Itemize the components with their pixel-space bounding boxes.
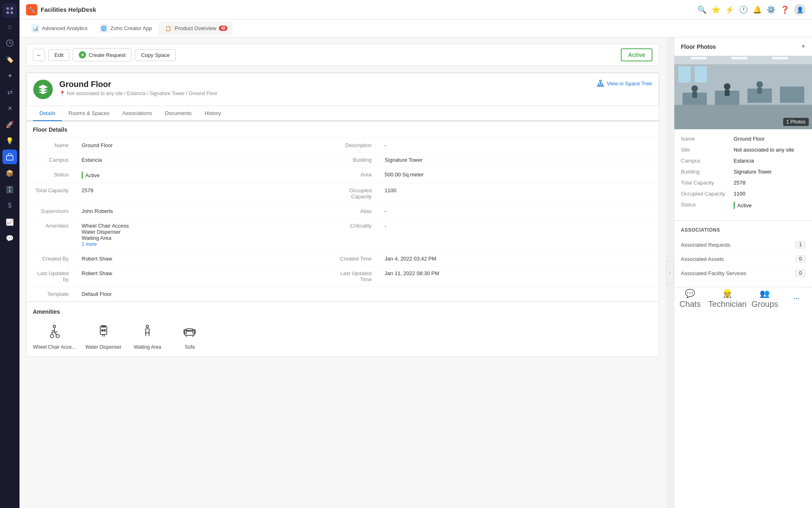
nav-rocket-icon[interactable]: 🚀	[2, 117, 17, 132]
associated-assets-label: Associated Assets	[681, 256, 724, 262]
svg-point-37	[756, 81, 763, 88]
assoc-row-requests: Associated Requests 1	[681, 238, 806, 252]
svg-rect-36	[725, 90, 730, 96]
table-row: Total Capacity 2578 Occupied Capacity 11…	[26, 183, 659, 204]
status-active-badge[interactable]: Active	[621, 48, 652, 61]
sofa-label: Sofa	[185, 344, 195, 350]
nav-tools-icon[interactable]: ✕	[2, 101, 17, 115]
logo-icon: 🔧	[26, 4, 37, 15]
floor-header: Ground Floor 📍 Not associated to any sit…	[26, 73, 659, 106]
settings-icon[interactable]: ⚙️	[767, 5, 775, 14]
tab-advanced-analytics[interactable]: 📊 Advanced Analytics	[26, 22, 93, 35]
panel-occupied-capacity-value: 1100	[734, 191, 745, 197]
tab-details[interactable]: Details	[33, 106, 62, 121]
water-dispenser-icon	[94, 321, 113, 341]
tab-associations[interactable]: Associations	[116, 106, 158, 121]
create-request-label: Create Request	[89, 52, 125, 58]
template-label: Template	[26, 287, 75, 302]
star-icon[interactable]: ⭐	[711, 5, 720, 14]
view-space-tree-link[interactable]: View in Space Tree	[597, 80, 652, 87]
nav-apps-icon[interactable]	[2, 3, 17, 18]
associations-section: ASSOCIATIONS Associated Requests 1 Assoc…	[674, 220, 812, 287]
associated-facility-services-count: 0	[795, 269, 806, 277]
bottom-groups[interactable]: 👥 Groups	[749, 286, 781, 311]
info-row-occupied-capacity: Occupied Capacity 1100	[681, 191, 806, 197]
floor-name: Ground Floor	[59, 80, 218, 89]
assoc-row-assets: Associated Assets 0	[681, 252, 806, 266]
bottom-more[interactable]: ⋯	[781, 293, 812, 304]
amenities-value: Wheel Chair Access Water Dispenser Waiti…	[75, 219, 325, 252]
waiting-area-label: Waiting Area	[134, 344, 162, 350]
detail-tabs: Details Rooms & Spaces Associations Docu…	[26, 106, 659, 121]
associated-requests-label: Associated Requests	[681, 242, 730, 248]
bell-icon[interactable]: 🔔	[753, 5, 762, 14]
tab-product-overview[interactable]: 📋 Product Overview 48	[159, 22, 233, 35]
search-icon[interactable]: 🔍	[698, 5, 706, 14]
nav-home-icon[interactable]: ⌂	[2, 20, 17, 34]
product-tab-badge: 48	[219, 26, 227, 31]
panel-total-capacity-value: 2578	[734, 180, 745, 186]
tab-rooms-spaces[interactable]: Rooms & Spaces	[62, 106, 116, 121]
create-request-button[interactable]: + Create Request	[73, 48, 132, 61]
tab-zoho-label: Zoho Creator App	[110, 25, 152, 31]
copy-space-button[interactable]: Copy Space	[135, 49, 176, 61]
template-value: Default Floor	[75, 287, 325, 302]
tab-history[interactable]: History	[198, 106, 227, 121]
total-capacity-label: Total Capacity	[26, 183, 75, 204]
svg-point-33	[691, 85, 698, 92]
nav-chat-icon[interactable]: 💬	[2, 231, 17, 245]
description-value: -	[378, 138, 659, 153]
water-dispenser-label: Water Dispenser	[85, 344, 121, 350]
add-photo-button[interactable]: +	[801, 42, 806, 51]
created-by-value: Robert Shaw	[75, 252, 325, 266]
main-area: 🔧 Facilities HelpDesk 🔍 ⭐ ⚡ 🕐 🔔 ⚙️ ❓ 👤 📊…	[19, 0, 812, 508]
edit-button[interactable]: Edit	[48, 49, 69, 61]
status-label: Status	[26, 167, 75, 183]
panel-campus-value: Estancia	[734, 158, 754, 164]
svg-rect-41	[731, 57, 747, 59]
nav-dollar-icon[interactable]: $	[2, 198, 17, 213]
topbar: 🔧 Facilities HelpDesk 🔍 ⭐ ⚡ 🕐 🔔 ⚙️ ❓ 👤	[19, 0, 812, 20]
history-icon[interactable]: 🕐	[739, 5, 748, 14]
nav-facilities-icon[interactable]	[2, 150, 17, 164]
back-button[interactable]: ←	[33, 49, 45, 61]
nav-box-icon[interactable]: 📦	[2, 166, 17, 180]
nav-bulb-icon[interactable]: 💡	[2, 133, 17, 148]
associated-assets-count: 0	[795, 255, 806, 263]
amenity-waiting-area: Waiting Area	[131, 321, 164, 350]
nav-shuffle-icon[interactable]: ⇄	[2, 85, 17, 99]
topbar-actions: 🔍 ⭐ ⚡ 🕐 🔔 ⚙️ ❓ 👤	[698, 4, 806, 15]
amenities-label: Amenities	[26, 219, 75, 252]
chats-label: Chats	[680, 300, 701, 309]
panel-toggle[interactable]: ›	[666, 261, 674, 285]
supervisors-label: Supervisors	[26, 204, 75, 219]
tab-zoho-creator[interactable]: 🌐 Zoho Creator App	[95, 22, 158, 35]
user-avatar[interactable]: 👤	[794, 4, 806, 15]
amenities-grid: Wheel Chair Acce... Water	[33, 321, 652, 350]
help-icon[interactable]: ❓	[780, 5, 789, 14]
area-value: 500.00 Sq.meter	[378, 167, 659, 183]
technician-icon: 👷	[722, 289, 732, 298]
panel-total-capacity-label: Total Capacity	[681, 180, 734, 186]
created-by-label: Created By	[26, 252, 75, 266]
bottom-technician[interactable]: 👷 Technician	[706, 286, 749, 311]
nav-tag-icon[interactable]: 🏷️	[2, 52, 17, 67]
nav-analytics-icon[interactable]: 📈	[2, 215, 17, 229]
campus-label: Campus	[26, 153, 75, 167]
table-row: Name Ground Floor Description -	[26, 138, 659, 153]
groups-icon: 👥	[760, 289, 770, 298]
panel-site-value: Not associated to any site	[734, 147, 794, 153]
nav-database-icon[interactable]: 🗄️	[2, 182, 17, 197]
tab-documents[interactable]: Documents	[158, 106, 198, 121]
nav-sparkle-icon[interactable]: ✦	[2, 68, 17, 83]
floor-details-section: Floor Details Name Ground Floor Descript…	[26, 121, 659, 302]
sofa-icon	[180, 321, 199, 341]
amenities-section: Amenities	[26, 302, 659, 357]
svg-rect-44	[695, 66, 707, 82]
bottom-chats[interactable]: 💬 Chats	[674, 286, 706, 311]
description-label: Description	[325, 138, 378, 153]
nav-dashboard-icon[interactable]	[2, 36, 17, 50]
bolt-icon[interactable]: ⚡	[725, 5, 734, 14]
svg-rect-38	[757, 88, 762, 94]
amenities-more-link[interactable]: 1 more	[82, 241, 97, 247]
